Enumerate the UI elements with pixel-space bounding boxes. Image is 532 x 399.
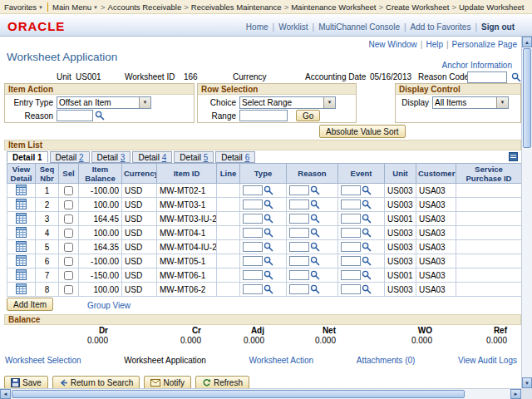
type-lookup-icon[interactable] [264, 200, 273, 209]
type-input[interactable] [243, 284, 263, 294]
event-input[interactable] [341, 242, 361, 252]
vertical-scrollbar[interactable]: ▲ ▼ [521, 37, 532, 388]
type-lookup-icon[interactable] [264, 228, 273, 238]
event-input[interactable] [341, 270, 361, 280]
absolute-value-sort-button[interactable]: Absolute Value Sort [319, 125, 406, 138]
view-detail-icon[interactable] [16, 227, 27, 238]
personalize-page-link[interactable]: Personalize Page [452, 40, 517, 49]
row-select-checkbox[interactable] [64, 200, 73, 209]
favorites-menu[interactable]: Favorites▼ [4, 2, 43, 12]
tab-detail-3[interactable]: Detail 3 [91, 151, 131, 163]
reason-lookup-icon[interactable] [310, 242, 320, 252]
scroll-up-arrow[interactable]: ▲ [522, 37, 532, 47]
type-lookup-icon[interactable] [264, 242, 273, 252]
row-select-checkbox[interactable] [64, 285, 73, 294]
reason-lookup-icon[interactable] [310, 214, 320, 224]
type-input[interactable] [243, 200, 263, 209]
notify-button[interactable]: Notify [144, 376, 191, 389]
go-button[interactable]: Go [296, 110, 320, 121]
reason-input[interactable] [289, 242, 309, 252]
breadcrumb-accounts-receivable[interactable]: Accounts Receivable [108, 2, 182, 12]
breadcrumb-receivables-maintenance[interactable]: Receivables Maintenance [191, 2, 282, 12]
worksheet-selection-link[interactable]: Worksheet Selection [5, 356, 81, 365]
grid-customize-icon[interactable] [509, 152, 518, 163]
anchor-information-link[interactable]: Anchor Information [442, 61, 513, 70]
type-input[interactable] [243, 228, 263, 238]
view-detail-icon[interactable] [16, 199, 27, 209]
multichannel-console-link[interactable]: MultiChannel Console [318, 22, 400, 32]
row-select-checkbox[interactable] [64, 229, 73, 238]
event-input[interactable] [341, 284, 361, 294]
reason-lookup-icon[interactable] [310, 185, 320, 195]
sign-out-link[interactable]: Sign out [481, 22, 515, 32]
type-lookup-icon[interactable] [264, 284, 273, 294]
reason-lookup-icon[interactable] [95, 111, 106, 121]
event-lookup-icon[interactable] [362, 214, 372, 224]
reason-input[interactable] [289, 200, 309, 209]
attachments-0-link[interactable]: Attachments (0) [357, 356, 416, 365]
event-input[interactable] [341, 200, 361, 209]
reason-code-input[interactable] [467, 71, 507, 83]
horizontal-scrollbar[interactable]: ◄ ► [0, 388, 521, 399]
reason-lookup-icon[interactable] [310, 256, 320, 266]
view-detail-icon[interactable] [16, 269, 27, 280]
type-input[interactable] [243, 185, 263, 195]
scroll-right-arrow[interactable]: ► [510, 389, 521, 399]
type-input[interactable] [243, 214, 263, 224]
horizontal-scrollbar-thumb[interactable] [12, 390, 465, 398]
save-button[interactable]: Save [4, 376, 48, 389]
reason-input[interactable] [289, 256, 309, 266]
breadcrumb-update-worksheet[interactable]: Update Worksheet [459, 2, 525, 12]
main-menu[interactable]: Main Menu▼ [52, 2, 98, 12]
refresh-button[interactable]: Refresh [195, 376, 249, 389]
type-lookup-icon[interactable] [264, 214, 273, 224]
home-link[interactable]: Home [246, 22, 268, 32]
reason-input[interactable] [289, 214, 309, 224]
row-select-checkbox[interactable] [64, 186, 73, 195]
scroll-down-arrow[interactable]: ▼ [522, 377, 532, 388]
worksheet-action-link[interactable]: Worksheet Action [249, 356, 314, 365]
view-audit-logs-link[interactable]: View Audit Logs [458, 356, 517, 365]
breadcrumb-create-worksheet[interactable]: Create Worksheet [386, 2, 449, 12]
reason-input[interactable] [289, 185, 309, 195]
range-input[interactable] [239, 110, 288, 121]
add-item-button[interactable]: Add Item [7, 298, 53, 311]
row-select-checkbox[interactable] [64, 257, 73, 266]
help-link[interactable]: Help [426, 40, 443, 49]
view-detail-icon[interactable] [16, 213, 27, 224]
vertical-scrollbar-thumb[interactable] [523, 48, 531, 148]
tab-detail-4[interactable]: Detail 4 [132, 151, 172, 163]
row-select-checkbox[interactable] [64, 214, 73, 224]
row-select-checkbox[interactable] [64, 271, 73, 280]
display-select[interactable]: All Items▼ [432, 96, 509, 109]
type-lookup-icon[interactable] [264, 270, 273, 280]
reason-lookup-icon[interactable] [310, 200, 320, 209]
view-detail-icon[interactable] [16, 283, 27, 294]
new-window-link[interactable]: New Window [368, 40, 416, 49]
event-lookup-icon[interactable] [362, 228, 372, 238]
add-to-favorites-link[interactable]: Add to Favorites [411, 22, 471, 32]
event-lookup-icon[interactable] [362, 200, 372, 209]
reason-input[interactable] [289, 284, 309, 294]
tab-detail-1[interactable]: Detail 1 [7, 151, 48, 163]
tab-detail-6[interactable]: Detail 6 [215, 151, 255, 163]
event-lookup-icon[interactable] [362, 185, 372, 195]
choice-select[interactable]: Select Range▼ [239, 96, 336, 109]
reason-lookup-icon[interactable] [310, 284, 320, 294]
row-select-checkbox[interactable] [64, 243, 73, 252]
view-detail-icon[interactable] [16, 185, 27, 195]
type-lookup-icon[interactable] [264, 256, 273, 266]
scroll-left-arrow[interactable]: ◄ [0, 389, 11, 399]
reason-input[interactable] [57, 110, 93, 121]
reason-input[interactable] [289, 228, 309, 238]
type-lookup-icon[interactable] [264, 185, 273, 195]
event-input[interactable] [341, 214, 361, 224]
group-view-link[interactable]: Group View [87, 301, 131, 310]
reason-lookup-icon[interactable] [310, 228, 320, 238]
event-lookup-icon[interactable] [362, 270, 372, 280]
event-input[interactable] [341, 228, 361, 238]
event-lookup-icon[interactable] [362, 242, 372, 252]
tab-detail-5[interactable]: Detail 5 [174, 151, 214, 163]
event-input[interactable] [341, 256, 361, 266]
event-lookup-icon[interactable] [362, 284, 372, 294]
